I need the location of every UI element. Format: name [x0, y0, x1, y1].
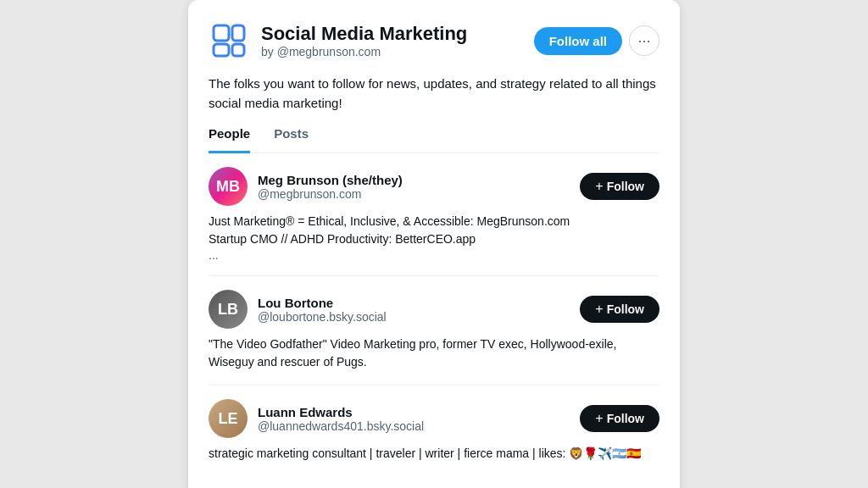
plus-icon: +: [595, 411, 603, 426]
svg-rect-3: [232, 44, 244, 56]
person-more: ...: [209, 248, 659, 262]
card-subtitle: by @megbrunson.com: [261, 45, 467, 58]
person-details: Luann Edwards @luannedwards401.bsky.soci…: [258, 405, 424, 433]
follow-button[interactable]: + Follow: [580, 405, 659, 432]
header-left: Social Media Marketing by @megbrunson.co…: [209, 20, 467, 61]
person-handle: @megbrunson.com: [258, 187, 403, 201]
svg-rect-1: [214, 44, 229, 56]
person-handle: @luannedwards401.bsky.social: [258, 419, 424, 433]
svg-rect-0: [214, 25, 229, 41]
person-handle: @loubortone.bsky.social: [258, 310, 387, 324]
avatar: LE: [209, 399, 248, 438]
person-name: Lou Bortone: [258, 296, 387, 310]
svg-rect-2: [232, 25, 244, 41]
people-list: MB Meg Brunson (she/they) @megbrunson.co…: [209, 153, 659, 476]
avatar-initials: MB: [216, 178, 240, 196]
card-header: Social Media Marketing by @megbrunson.co…: [209, 20, 659, 61]
avatar-initials: LE: [218, 410, 237, 428]
person-top: MB Meg Brunson (she/they) @megbrunson.co…: [209, 167, 659, 206]
tabs-bar: People Posts: [209, 126, 659, 153]
follow-label: Follow: [607, 412, 644, 425]
person-info: LE Luann Edwards @luannedwards401.bsky.s…: [209, 399, 424, 438]
follow-label: Follow: [607, 302, 644, 316]
tab-posts[interactable]: Posts: [274, 126, 309, 153]
person-name: Meg Brunson (she/they): [258, 173, 403, 187]
avatar: LB: [209, 290, 248, 329]
list-icon: [209, 20, 249, 61]
follow-label: Follow: [607, 180, 644, 193]
title-group: Social Media Marketing by @megbrunson.co…: [261, 23, 467, 58]
person-details: Lou Bortone @loubortone.bsky.social: [258, 296, 387, 324]
person-details: Meg Brunson (she/they) @megbrunson.com: [258, 173, 403, 201]
more-options-button[interactable]: ···: [629, 25, 659, 56]
person-bio: Just Marketing® = Ethical, Inclusive, & …: [209, 213, 659, 248]
card-title: Social Media Marketing: [261, 23, 467, 45]
follow-button[interactable]: + Follow: [580, 296, 659, 323]
follow-all-button[interactable]: Follow all: [534, 27, 622, 55]
follow-button[interactable]: + Follow: [580, 173, 659, 200]
avatar: MB: [209, 167, 248, 206]
person-info: MB Meg Brunson (she/they) @megbrunson.co…: [209, 167, 403, 206]
tab-people[interactable]: People: [209, 126, 250, 153]
person-top: LE Luann Edwards @luannedwards401.bsky.s…: [209, 399, 659, 438]
list-card: Social Media Marketing by @megbrunson.co…: [188, 0, 680, 488]
person-row: LE Luann Edwards @luannedwards401.bsky.s…: [209, 385, 659, 476]
person-name: Luann Edwards: [258, 405, 424, 419]
more-icon: ···: [637, 32, 650, 50]
person-row: MB Meg Brunson (she/they) @megbrunson.co…: [209, 153, 659, 276]
plus-icon: +: [595, 179, 603, 194]
person-info: LB Lou Bortone @loubortone.bsky.social: [209, 290, 387, 329]
person-row: LB Lou Bortone @loubortone.bsky.social +…: [209, 276, 659, 385]
avatar-initials: LB: [218, 301, 238, 319]
header-actions: Follow all ···: [534, 25, 659, 56]
card-description: The folks you want to follow for news, u…: [209, 75, 659, 113]
person-top: LB Lou Bortone @loubortone.bsky.social +…: [209, 290, 659, 329]
person-bio: strategic marketing consultant | travele…: [209, 445, 659, 463]
person-bio: "The Video Godfather" Video Marketing pr…: [209, 336, 659, 371]
plus-icon: +: [595, 302, 603, 317]
